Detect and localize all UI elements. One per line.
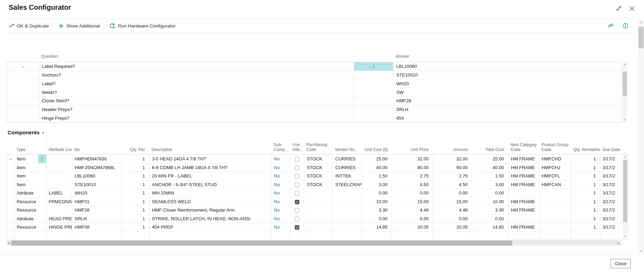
vendor-no-cell[interactable] — [333, 223, 362, 232]
use-alternative-cell[interactable] — [290, 231, 304, 240]
scroll-down-icon[interactable]: ▼ — [622, 118, 627, 122]
row-menu-cell[interactable] — [354, 105, 393, 114]
qty-per-cell[interactable]: 1 — [122, 180, 150, 189]
col-header-qty-per[interactable]: Qty. Per — [122, 138, 149, 154]
amount-cell[interactable]: 20.05 — [433, 223, 472, 232]
use-alternative-cell[interactable] — [290, 172, 304, 181]
qty-per-cell[interactable]: 1 — [122, 206, 150, 215]
use-alternative-cell[interactable] — [290, 180, 304, 189]
vendor-no-cell[interactable] — [333, 231, 362, 240]
answer-cell[interactable]: SW — [393, 88, 622, 97]
use-alternative-cell[interactable]: ✓ — [290, 197, 304, 206]
row-menu-cell[interactable] — [354, 88, 393, 97]
attribute-code-cell[interactable]: HINGE PREP — [46, 223, 72, 232]
qty-remaining-cell[interactable] — [571, 231, 600, 240]
row-menu-cell[interactable]: ⋮ — [354, 62, 393, 71]
total-cost-cell[interactable]: 40.00 — [472, 163, 508, 172]
collapse-icon[interactable] — [615, 5, 622, 11]
attribute-code-cell[interactable] — [46, 172, 72, 181]
purchasing-code-cell[interactable]: STOCK — [304, 163, 333, 172]
answer-cell[interactable]: LBL10060 — [393, 62, 622, 71]
unit-price-cell[interactable]: 4.50 — [392, 180, 433, 189]
col-header-purchasing-code[interactable]: Purchasing Code — [304, 138, 332, 154]
item-category-cell[interactable]: HM FRAME — [508, 180, 539, 189]
question-cell[interactable]: Anchors? — [39, 71, 354, 79]
product-group-cell[interactable] — [539, 214, 571, 223]
sub-components-cell[interactable]: No — [271, 206, 290, 215]
qty-remaining-cell[interactable]: 1 — [571, 163, 600, 172]
type-cell[interactable] — [14, 231, 46, 240]
description-cell[interactable]: 6-8 COMB LH JAMB 14GA 4 7/8 THT — [150, 163, 271, 172]
purchasing-code-cell[interactable] — [304, 231, 333, 240]
show-additional-button[interactable]: Show Additional — [59, 23, 100, 29]
description-cell[interactable]: HMF Closer Reinforcement, Regular Arm — [150, 206, 271, 215]
answer-column-header[interactable]: Answer — [396, 54, 409, 59]
question-cell[interactable]: Closer Reinf? — [39, 97, 354, 105]
scroll-down-icon[interactable]: ▼ — [638, 248, 644, 254]
qty-remaining-cell[interactable]: 1 — [571, 223, 600, 232]
total-cost-cell[interactable] — [472, 231, 508, 240]
row-selector-cell[interactable] — [7, 163, 14, 172]
use-alternative-checkbox[interactable]: ✓ — [295, 200, 299, 204]
no-cell[interactable]: LBL10060 — [72, 172, 122, 181]
unit-price-cell[interactable]: 0.00 — [392, 189, 433, 198]
product-group-cell[interactable] — [539, 197, 571, 206]
purchasing-code-cell[interactable]: STOCK — [304, 155, 333, 164]
type-cell[interactable]: Attribute — [14, 189, 46, 198]
answer-cell[interactable]: SRLH — [393, 105, 622, 114]
unit-cost-cell[interactable]: 0.00 — [362, 189, 392, 198]
use-alternative-checkbox[interactable] — [295, 217, 299, 221]
amount-cell[interactable]: 4.46 — [433, 206, 472, 215]
use-alternative-cell[interactable] — [290, 163, 304, 172]
vendor-no-cell[interactable] — [333, 189, 362, 198]
no-cell[interactable] — [72, 231, 122, 240]
unit-price-cell[interactable]: 0.00 — [392, 214, 433, 223]
item-category-cell[interactable]: HM FRAME — [508, 163, 539, 172]
answer-cell[interactable]: 454 — [393, 114, 622, 122]
amount-cell[interactable]: 15.00 — [433, 197, 472, 206]
question-cell[interactable]: Hinge Preps? — [39, 114, 354, 122]
ellipsis-icon[interactable]: ⋮ — [371, 64, 376, 69]
purchasing-code-cell[interactable] — [304, 206, 333, 215]
amount-cell[interactable]: 0.00 — [433, 189, 472, 198]
row-selector-cell[interactable] — [7, 231, 14, 240]
row-selector-cell[interactable] — [7, 180, 14, 189]
scrollbar-thumb[interactable] — [623, 160, 627, 222]
product-group-cell[interactable] — [539, 189, 571, 198]
col-header-description[interactable]: Description — [149, 138, 271, 154]
no-cell[interactable]: HMF08 — [72, 223, 122, 232]
vendor-no-cell[interactable] — [333, 214, 362, 223]
unit-cost-cell[interactable]: 1.50 — [362, 172, 392, 181]
row-menu-cell[interactable] — [354, 97, 393, 105]
question-cell[interactable]: Header Preps? — [39, 105, 354, 114]
product-group-cell[interactable]: HMFCFL — [539, 172, 571, 181]
total-cost-cell[interactable]: 3.00 — [472, 180, 508, 189]
no-cell[interactable]: STE10010 — [72, 180, 122, 189]
no-cell[interactable]: HMF28 — [72, 206, 122, 215]
attribute-code-cell[interactable] — [46, 180, 72, 189]
col-header-vendor-no[interactable]: Vendor No. — [332, 138, 362, 154]
use-alternative-checkbox[interactable] — [295, 183, 299, 187]
scroll-left-icon[interactable]: ◀ — [6, 242, 11, 245]
question-cell[interactable]: Welds? — [39, 88, 354, 97]
qty-remaining-cell[interactable]: 1 — [571, 180, 600, 189]
components-horizontal-scrollbar[interactable]: ◀ ▶ — [6, 240, 621, 246]
unit-cost-cell[interactable]: 14.85 — [362, 223, 392, 232]
unit-price-cell[interactable]: 90.00 — [392, 163, 433, 172]
row-selector-cell[interactable]: → — [7, 155, 14, 164]
scrollbar-thumb[interactable] — [638, 27, 644, 48]
attribute-code-cell[interactable]: FRMCONST — [46, 197, 72, 206]
row-actions-menu-button[interactable]: ⋮ — [38, 155, 46, 163]
row-selector-cell[interactable] — [7, 214, 14, 223]
product-group-cell[interactable] — [539, 206, 571, 215]
product-group-cell[interactable] — [539, 231, 571, 240]
vendor-no-cell[interactable] — [333, 197, 362, 206]
purchasing-code-cell[interactable] — [304, 214, 333, 223]
item-category-cell[interactable] — [508, 214, 539, 223]
components-vertical-scrollbar[interactable]: ▲ ▼ — [623, 155, 628, 239]
answer-cell[interactable]: HMF28 — [393, 97, 622, 105]
product-group-cell[interactable]: HMFCHD — [539, 155, 571, 164]
col-header-amount[interactable]: Amount — [433, 138, 472, 154]
question-cell[interactable]: Label? — [39, 79, 354, 88]
use-alternative-checkbox[interactable] — [295, 174, 299, 179]
